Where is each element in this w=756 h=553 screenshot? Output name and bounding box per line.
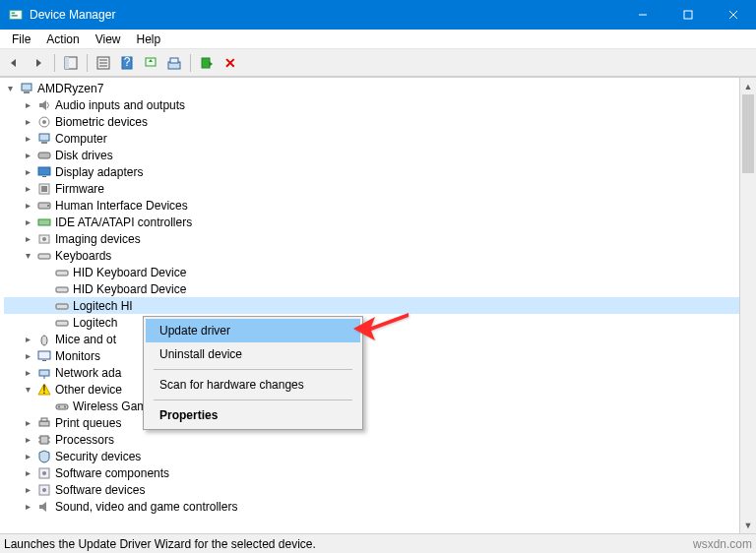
tree-category[interactable]: ▸ Sound, video and game controllers	[4, 498, 756, 515]
disk-icon	[36, 148, 52, 163]
show-hide-tree-button[interactable]	[60, 52, 82, 74]
expand-toggle[interactable]: ▸	[22, 200, 33, 211]
tree-category[interactable]: ▸ Print queues	[4, 414, 756, 431]
expand-toggle[interactable]: ▸	[22, 183, 33, 194]
tree-label: HID Keyboard Device	[73, 282, 190, 296]
hid-icon	[36, 198, 52, 214]
tree-category[interactable]: ▸ Firmware	[4, 180, 756, 197]
ctx-scan-hardware[interactable]: Scan for hardware changes	[146, 373, 360, 397]
svg-point-31	[47, 205, 49, 207]
scroll-thumb[interactable]	[742, 94, 754, 173]
expand-toggle[interactable]: ▸	[22, 367, 33, 378]
tree-label: Imaging devices	[55, 232, 145, 246]
scroll-down-arrow[interactable]: ▼	[740, 517, 756, 533]
device-tree[interactable]: ▾ AMDRyzen7 ▸ Audio inputs and outputs ▸…	[0, 78, 756, 517]
mon-icon	[36, 348, 52, 364]
expand-toggle[interactable]: ▸	[22, 133, 33, 144]
forward-button[interactable]	[28, 52, 49, 74]
expand-toggle[interactable]: ▸	[22, 501, 33, 512]
ide-icon	[36, 215, 52, 230]
expand-toggle[interactable]: ▸	[22, 350, 33, 361]
tree-category[interactable]: ▸ Network ada	[4, 364, 756, 381]
svg-rect-60	[41, 418, 47, 421]
update-driver-button[interactable]	[140, 52, 161, 74]
expand-toggle[interactable]: ▸	[22, 484, 33, 495]
tree-category-keyboards[interactable]: ▾ Keyboards	[4, 247, 756, 264]
expand-toggle[interactable]: ▾	[22, 384, 33, 395]
expand-toggle[interactable]: ▾	[4, 83, 16, 93]
menu-help[interactable]: Help	[129, 31, 169, 48]
kb-icon	[36, 248, 52, 264]
expand-toggle[interactable]: ▸	[22, 216, 33, 227]
tree-category[interactable]: ▸ Security devices	[4, 448, 756, 464]
expand-toggle[interactable]: ▸	[22, 467, 33, 478]
tree-category[interactable]: ▸ Disk drives	[4, 147, 756, 163]
tree-category-other[interactable]: ▾ ! Other device	[4, 381, 756, 398]
tree-category[interactable]: ▸ IDE ATA/ATAPI controllers	[4, 214, 756, 230]
svg-rect-27	[42, 176, 46, 177]
expand-toggle[interactable]: ▸	[22, 417, 33, 428]
menu-file[interactable]: File	[4, 31, 38, 48]
svg-rect-52	[42, 360, 46, 361]
status-text: Launches the Update Driver Wizard for th…	[4, 537, 316, 551]
ctx-separator	[154, 399, 352, 400]
sound-icon	[36, 499, 52, 515]
svg-point-58	[64, 405, 66, 407]
tree-category[interactable]: ▸ Imaging devices	[4, 230, 756, 247]
tree-category[interactable]: ▸ Display adapters	[4, 163, 756, 180]
svg-point-67	[42, 471, 46, 475]
tree-label: Keyboards	[55, 249, 115, 263]
expand-toggle[interactable]: ▸	[22, 434, 33, 445]
tree-root[interactable]: ▾ AMDRyzen7	[4, 80, 756, 96]
maximize-button[interactable]	[665, 0, 711, 30]
tree-label: Logitech HI	[73, 299, 137, 313]
close-button[interactable]	[711, 0, 756, 30]
svg-rect-32	[38, 219, 50, 225]
ctx-properties[interactable]: Properties	[146, 403, 360, 427]
tree-category[interactable]: ▸ Biometric devices	[4, 113, 756, 130]
svg-rect-23	[39, 134, 49, 141]
tree-category[interactable]: ▸ Audio inputs and outputs	[4, 96, 756, 113]
svg-rect-44	[56, 304, 68, 309]
expand-toggle[interactable]: ▸	[22, 334, 33, 344]
enable-device-button[interactable]	[196, 52, 218, 74]
expand-toggle[interactable]: ▾	[22, 250, 33, 261]
tree-category[interactable]: ▸ Computer	[4, 130, 756, 147]
svg-rect-35	[38, 254, 50, 259]
tree-category[interactable]: ▸ Human Interface Devices	[4, 197, 756, 214]
menu-action[interactable]: Action	[38, 31, 87, 48]
sec-icon	[36, 449, 52, 464]
tree-category[interactable]: ▸ Monitors	[4, 347, 756, 364]
tree-device-keyboard[interactable]: HID Keyboard Device	[4, 264, 756, 280]
tree-category[interactable]: ▸ Software components	[4, 464, 756, 481]
uninstall-button[interactable]: ✕	[220, 52, 241, 74]
ctx-update-driver[interactable]: Update driver	[146, 319, 360, 342]
help-button[interactable]: ?	[116, 52, 138, 74]
tree-device-other[interactable]: Wireless Gamepad F710	[4, 398, 756, 414]
expand-toggle[interactable]: ▸	[22, 99, 33, 110]
expand-toggle[interactable]: ▸	[22, 451, 33, 461]
properties-button[interactable]	[93, 52, 114, 74]
tree-device-keyboard[interactable]: HID Keyboard Device	[4, 280, 756, 297]
annotation-arrow	[351, 305, 410, 343]
scan-hardware-button[interactable]	[163, 52, 185, 74]
ctx-uninstall-device[interactable]: Uninstall device	[146, 342, 360, 366]
tree-category[interactable]: ▸ Software devices	[4, 481, 756, 498]
expand-toggle[interactable]: ▸	[22, 116, 33, 127]
back-button[interactable]	[4, 52, 26, 74]
minimize-button[interactable]	[620, 0, 665, 30]
expand-toggle[interactable]: ▸	[22, 233, 33, 244]
vertical-scrollbar[interactable]: ▲ ▼	[739, 78, 756, 533]
svg-rect-29	[41, 186, 47, 192]
svg-point-69	[42, 488, 46, 492]
scroll-up-arrow[interactable]: ▲	[740, 78, 756, 94]
expand-toggle[interactable]: ▸	[22, 150, 33, 160]
tree-category[interactable]: ▸ Processors	[4, 431, 756, 448]
menu-view[interactable]: View	[88, 31, 129, 48]
expand-toggle[interactable]: ▸	[22, 166, 33, 177]
svg-rect-20	[24, 92, 30, 93]
print-icon	[36, 415, 52, 431]
tree-label: Human Interface Devices	[55, 199, 192, 213]
svg-rect-8	[65, 57, 69, 69]
svg-rect-17	[170, 58, 178, 63]
